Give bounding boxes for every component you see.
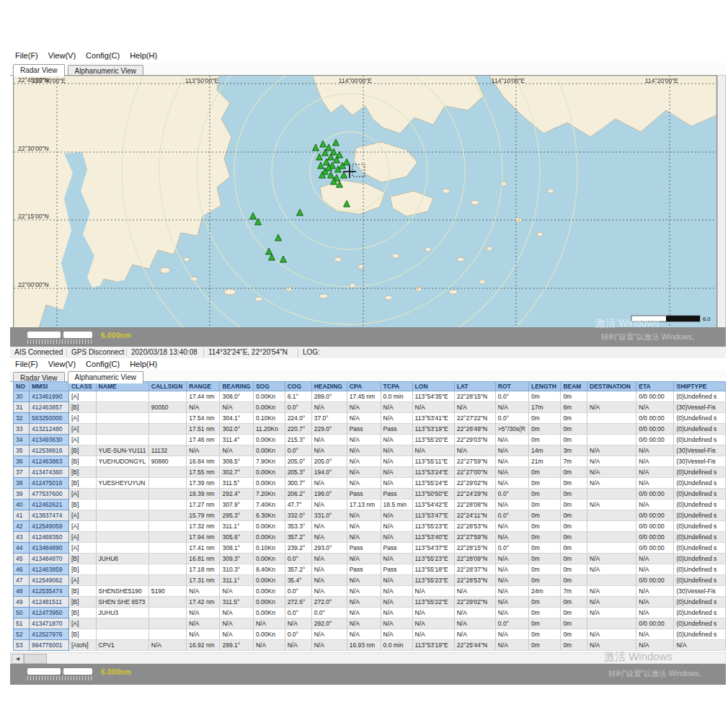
col-header-eta[interactable]: ETA [636, 382, 674, 391]
cell-beam: 0m [561, 435, 587, 445]
cell-name [96, 489, 148, 500]
table-row[interactable]: 40412462621[B]17.27 nm307.9°7.40Kn47.7°N… [14, 500, 726, 510]
menu-item-1[interactable]: View(V) [48, 51, 76, 60]
tab-alphanumeric-view-2[interactable]: Alphanumeric View [68, 371, 143, 383]
table-row[interactable]: 47412549062[A]17.31 nm311.1°0.00Kn35.4°N… [14, 575, 726, 586]
tab-alphanumeric-view[interactable]: Alphanumeric View [68, 65, 143, 76]
col-header-lon[interactable]: LON [412, 382, 454, 391]
table-row[interactable]: 34413493630[A]17.46 nm311.4°0.00Kn215.3°… [14, 435, 726, 445]
menu-item-0[interactable]: File(F) [15, 360, 38, 368]
cell-heading: 0.0° [311, 608, 347, 618]
cell-lat: N/A [454, 445, 495, 456]
cell-heading: 293.0° [311, 543, 347, 554]
table-row[interactable]: 48412535474[B]SHENSHE51905190N/AN/A0.00K… [14, 586, 726, 597]
vessel-table-container: NOMMSICLASSNAMECALLSIGNRANGEBEARINGSOGCO… [13, 381, 726, 652]
table-row[interactable]: 46412463859[B]17.18 nm310.3°8.40Kn357.2°… [14, 564, 726, 575]
col-header-cog[interactable]: COG [285, 382, 311, 391]
cell-mmsi: 412468350 [29, 532, 68, 543]
cell-heading: 289.0° [311, 391, 347, 402]
cell-lat: N/A [454, 629, 495, 640]
cell-lat: 22°29'03"N [454, 435, 495, 445]
cell-destination: N/A [587, 597, 636, 608]
table-row[interactable]: 37413474360[B]17.55 nm302.7°0.00Kn205.3°… [14, 467, 726, 478]
table-row[interactable]: 53994776001[AtoN]CPV1N/A16.92 nm299.1°N/… [14, 640, 726, 651]
cell-destination [587, 532, 636, 543]
cell-name: SHENSHE5190 [96, 586, 148, 597]
table-row[interactable]: 42412549059[A]17.32 nm311.1°0.00Kn353.3°… [14, 521, 726, 532]
cell-sog: 8.40Kn [253, 564, 285, 575]
col-header-sog[interactable]: SOG [253, 382, 285, 391]
col-header-heading[interactable]: HEADING [311, 382, 347, 391]
table-row[interactable]: 51413471870[A]N/AN/AN/AN/A292.0°N/AN/AN/… [14, 618, 726, 629]
cell-lon: 113°55'24"E [412, 478, 454, 489]
table-row[interactable]: 35412538816[B]YUE-SUN-YU11111132N/AN/A0.… [14, 445, 726, 456]
cell-class: [B] [68, 554, 96, 564]
scroll-left-button[interactable]: ◀ [12, 654, 24, 664]
col-header-lat[interactable]: LAT [454, 382, 495, 391]
cell-mmsi: 412549062 [29, 575, 68, 586]
col-header-mmsi[interactable]: MMSI [29, 382, 68, 391]
cell-class: [A] [68, 521, 96, 532]
table-row[interactable]: 32563250000[A]17.54 nm304.1°0.10Kn224.0°… [14, 413, 726, 424]
col-header-beam[interactable]: BEAM [561, 382, 587, 391]
menu-item-1[interactable]: View(V) [48, 360, 76, 368]
table-row[interactable]: 45413484870[B]JUHU616.81 nm309.3°0.00Kn0… [14, 554, 726, 564]
cell-name: JUHU3 [96, 608, 148, 618]
menu-item-2[interactable]: Config(C) [86, 51, 120, 60]
menu-item-0[interactable]: File(F) [15, 51, 38, 60]
cell-shiptype: (0)Undefined s [674, 532, 726, 543]
table-row[interactable]: 36412463863[B]YUEHUDONGYL9088016.84 nm30… [14, 456, 726, 467]
table-row[interactable]: 41413837474[A]15.79 nm295.3°6.30Kn332.0°… [14, 510, 726, 521]
cell-tcpa: N/A [381, 618, 412, 629]
cell-bearing: 311.5° [220, 597, 253, 608]
tab-radar-view[interactable]: Radar View [13, 64, 65, 76]
cell-callsign [148, 618, 186, 629]
col-header-cpa[interactable]: CPA [347, 382, 381, 391]
range-slider-handle-3[interactable] [27, 668, 61, 675]
cell-beam: 0m [561, 618, 587, 629]
range-slider-handle-2[interactable] [63, 332, 92, 338]
range-slider-handle[interactable] [27, 332, 61, 338]
cell-bearing: N/A [220, 402, 253, 413]
col-header-destination[interactable]: DESTINATION [587, 382, 636, 391]
table-row[interactable]: 31412463857[B]90050N/AN/A0.00Kn0.0°N/AN/… [14, 402, 726, 413]
cell-cpa: N/A [347, 445, 381, 456]
range-slider-handle-4[interactable] [63, 668, 92, 675]
cell-bearing: 308.1° [220, 543, 253, 554]
table-row[interactable]: 33413212480[A]17.51 nm302.0°11.20Kn220.7… [14, 424, 726, 435]
col-header-range[interactable]: RANGE [187, 382, 220, 391]
cell-no: 52 [14, 629, 30, 640]
col-header-tcpa[interactable]: TCPA [381, 382, 412, 391]
cell-shiptype: (0)Undefined s [674, 510, 726, 521]
scrollbar-thumb[interactable] [24, 654, 47, 664]
table-row[interactable]: 49412481511[B]SHEN SHE 657317.42 nm311.5… [14, 597, 726, 608]
col-header-callsign[interactable]: CALLSIGN [148, 382, 186, 391]
col-header-bearing[interactable]: BEARING [220, 382, 253, 391]
menu-item-3[interactable]: Help(H) [130, 360, 157, 368]
table-row[interactable]: 50412473950[B]JUHU3N/AN/A0.00Kn0.0°0.0°N… [14, 608, 726, 618]
cell-cpa: Pass [347, 489, 381, 500]
col-header-length[interactable]: LENGTH [528, 382, 560, 391]
cell-sog: 0.00Kn [253, 554, 285, 564]
cell-cpa: N/A [347, 629, 381, 640]
table-row[interactable]: 30413461990[A]17.44 nm308.0°0.00Kn6.1°28… [14, 391, 726, 402]
table-row[interactable]: 44413484890[A]17.41 nm308.1°0.10Kn239.2°… [14, 543, 726, 554]
table-row[interactable]: 43412468350[A]17.94 nm305.6°0.00Kn357.2°… [14, 532, 726, 543]
cell-eta: N/A [636, 478, 674, 489]
col-header-rot[interactable]: ROT [495, 382, 528, 391]
cell-beam: 0m [561, 478, 587, 489]
table-row[interactable]: 38412475016[B]YUESHEYUYUN17.39 nm311.5°0… [14, 478, 726, 489]
cell-callsign: 90880 [148, 456, 186, 467]
cell-bearing: 308.0° [220, 391, 253, 402]
table-row[interactable]: 52412527976[B]N/AN/A0.00Kn0.0°N/AN/AN/AN… [14, 629, 726, 640]
menu-item-3[interactable]: Help(H) [130, 51, 157, 60]
table-row[interactable]: 39477537600[A]18.39 nm292.4°7.20Kn206.2°… [14, 489, 726, 500]
cell-length: 24m [528, 586, 560, 597]
cell-eta: 0/0 00:00 [636, 413, 674, 424]
menu-item-2[interactable]: Config(C) [86, 360, 120, 368]
windows-activation-watermark-2: 激活 Windows [604, 650, 672, 664]
cell-rot: 0.0° [495, 391, 528, 402]
col-header-no[interactable]: NO [14, 382, 30, 391]
col-header-shiptype[interactable]: SHIPTYPE [674, 382, 726, 391]
radar-map[interactable]: 22°45'00"N22°30'00"N22°15'00"N22°00'00"N… [13, 75, 717, 329]
